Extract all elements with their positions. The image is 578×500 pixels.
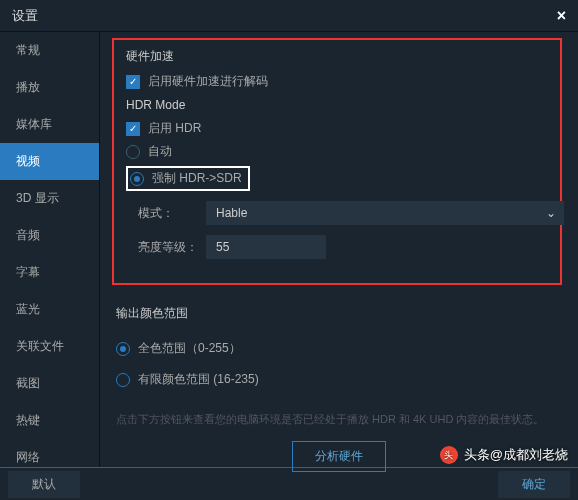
sidebar-item-playback[interactable]: 播放 [0,69,99,106]
sidebar-item-general[interactable]: 常规 [0,32,99,69]
container: 常规 播放 媒体库 视频 3D 显示 音频 字幕 蓝光 关联文件 截图 热键 网… [0,32,578,467]
mode-row: 模式： Hable ⌄ [126,201,548,225]
hdr-auto-label: 自动 [148,143,172,160]
hdr-mode-title: HDR Mode [126,98,548,112]
brightness-spinner[interactable]: 55 [206,235,326,259]
hdr-force-radio[interactable] [130,172,144,186]
watermark-handle: @成都刘老烧 [490,446,568,464]
default-button[interactable]: 默认 [8,471,80,498]
highlight-box: 硬件加速 启用硬件加速进行解码 HDR Mode 启用 HDR 自动 强制 HD… [112,38,562,285]
hw-decode-label: 启用硬件加速进行解码 [148,73,268,90]
hw-decode-row: 启用硬件加速进行解码 [126,73,548,90]
watermark-prefix: 头条 [464,446,490,464]
hdr-enable-row: 启用 HDR [126,120,548,137]
sidebar: 常规 播放 媒体库 视频 3D 显示 音频 字幕 蓝光 关联文件 截图 热键 网… [0,32,100,467]
sidebar-item-screenshot[interactable]: 截图 [0,365,99,402]
highlight-box-inner: 强制 HDR->SDR [126,166,250,191]
hdr-force-label: 强制 HDR->SDR [152,170,242,187]
header: 设置 × [0,0,578,32]
brightness-label: 亮度等级： [126,239,206,256]
full-range-radio[interactable] [116,342,130,356]
hdr-enable-checkbox[interactable] [126,122,140,136]
watermark: 头 头条 @成都刘老烧 [440,446,568,464]
sidebar-item-bluray[interactable]: 蓝光 [0,291,99,328]
hdr-auto-radio[interactable] [126,145,140,159]
brightness-row: 亮度等级： 55 [126,235,548,259]
full-range-label: 全色范围（0-255） [138,340,241,357]
chevron-down-icon: ⌄ [546,206,556,220]
sidebar-item-assoc[interactable]: 关联文件 [0,328,99,365]
output-range-title: 输出颜色范围 [116,305,562,322]
mode-select[interactable]: Hable ⌄ [206,201,564,225]
confirm-button[interactable]: 确定 [498,471,570,498]
mode-value: Hable [216,206,247,220]
limited-range-label: 有限颜色范围 (16-235) [138,371,259,388]
mode-label: 模式： [126,205,206,222]
brightness-value: 55 [216,240,229,254]
sidebar-item-hotkey[interactable]: 热键 [0,402,99,439]
limited-range-radio[interactable] [116,373,130,387]
full-range-row: 全色范围（0-255） [116,340,562,357]
hw-decode-checkbox[interactable] [126,75,140,89]
hdr-force-row: 强制 HDR->SDR [126,166,548,191]
hint-text: 点击下方按钮来查看您的电脑环境是否已经处于播放 HDR 和 4K UHD 内容的… [116,412,562,427]
close-icon[interactable]: × [557,7,566,25]
sidebar-item-library[interactable]: 媒体库 [0,106,99,143]
hw-accel-title: 硬件加速 [126,48,548,65]
hdr-auto-row: 自动 [126,143,548,160]
limited-range-row: 有限颜色范围 (16-235) [116,371,562,388]
sidebar-item-3d[interactable]: 3D 显示 [0,180,99,217]
sidebar-item-audio[interactable]: 音频 [0,217,99,254]
window-title: 设置 [12,7,38,25]
watermark-icon: 头 [440,446,458,464]
hdr-enable-label: 启用 HDR [148,120,201,137]
analyze-hardware-button[interactable]: 分析硬件 [292,441,386,472]
sidebar-item-video[interactable]: 视频 [0,143,99,180]
main-panel: 硬件加速 启用硬件加速进行解码 HDR Mode 启用 HDR 自动 强制 HD… [100,32,578,467]
sidebar-item-subtitle[interactable]: 字幕 [0,254,99,291]
